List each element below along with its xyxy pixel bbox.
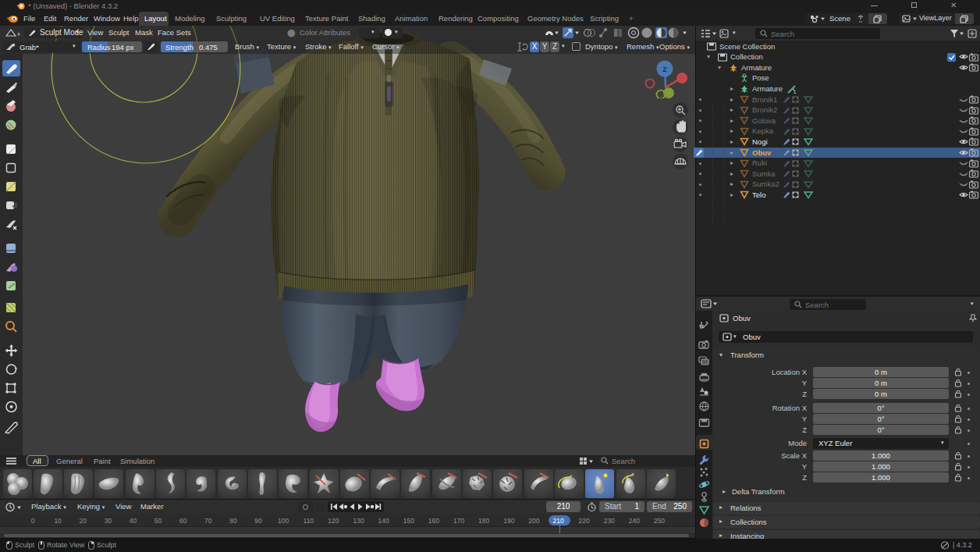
svg-text:Z: Z [662,66,667,73]
